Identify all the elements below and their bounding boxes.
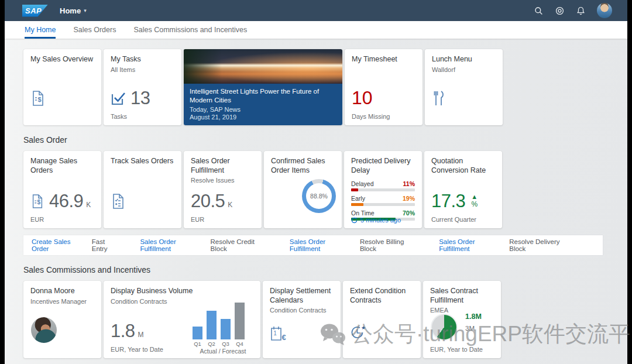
tile-title: My Tasks — [111, 55, 174, 64]
news-image — [184, 49, 342, 84]
fulfillment-value-scale: K — [228, 201, 232, 209]
anchor-navigation-bar: My Home Sales Orders Sales Commissions a… — [5, 21, 627, 39]
section-header-commissions: Sales Commissions and Incentives — [23, 265, 150, 274]
bar-value: 11% — [403, 180, 415, 187]
calendar-euro-icon: 1€ — [270, 325, 287, 342]
bar-label: Early — [351, 195, 365, 202]
tile-lunch-menu[interactable]: Lunch Menu Walldorf — [425, 49, 503, 125]
tile-subtitle: Resolve Issues — [191, 177, 255, 184]
bar-fill — [351, 188, 358, 191]
tile-footer: EUR, Year to Date — [111, 346, 163, 353]
tile-subtitle: Incentives Manager — [30, 298, 94, 305]
tile-title: Confirmed Sales Order Items — [271, 157, 335, 175]
tile-sales-contract-fulfillment[interactable]: Sales Contract Fulfillment EMEA 1.8M 3M … — [423, 281, 501, 358]
link-sales-order-fulfillment-delivery[interactable]: Sales Order Fulfillment — [439, 238, 505, 252]
task-check-icon — [111, 91, 126, 106]
link-sales-order-fulfillment-credit[interactable]: Sales Order Fulfillment — [140, 238, 206, 252]
tile-my-timesheet[interactable]: My Timesheet 10 Days Missing — [345, 49, 423, 125]
sales-order-tile-row: Manage Sales Orders $ 46.9 K EUR Track S… — [23, 151, 502, 228]
tile-manage-sales-orders[interactable]: Manage Sales Orders $ 46.9 K EUR — [23, 151, 101, 228]
link-group: Sales Order Fulfillment Resolve Credit B… — [140, 238, 270, 252]
refresh-icon — [351, 217, 358, 224]
fiori-launchpad: SAP Home ▾ My Home Sales Orders Sales Co… — [5, 0, 627, 364]
tasks-count: 13 — [130, 88, 150, 109]
tile-title: Display Settlement Calendars — [270, 287, 334, 305]
tile-subtitle: EMEA — [430, 307, 494, 314]
target-value: 3M — [465, 325, 482, 332]
tile-display-settlement-calendars[interactable]: Display Settlement Calendars Condition C… — [263, 281, 341, 358]
link-create-sales-order[interactable]: Create Sales Order — [32, 238, 88, 252]
link-group: Create Sales Order Fast Entry — [32, 238, 121, 252]
sales-document-icon: $ — [30, 90, 46, 107]
x-tick: Q3 — [221, 341, 231, 347]
tile-track-sales-orders[interactable]: Track Sales Orders — [104, 151, 181, 228]
bar-q4 — [235, 303, 245, 339]
tile-title: Quotation Conversion Rate — [431, 157, 495, 175]
section-header-sales-order: Sales Order — [23, 135, 67, 145]
tile-display-business-volume[interactable]: Display Business Volume Condition Contra… — [104, 281, 260, 358]
tab-sales-commissions[interactable]: Sales Commissions and Incentives — [133, 21, 247, 39]
confirmed-items-donut-chart: 88.8% — [302, 179, 336, 213]
tile-predicted-delivery-delay[interactable]: Predicted Delivery Delay Delayed 11% Ear… — [344, 151, 422, 228]
tile-footer: Days Missing — [352, 113, 390, 120]
refresh-label: 5 minutes ago — [360, 217, 401, 224]
copilot-icon[interactable] — [555, 6, 564, 15]
link-description: Fast Entry — [92, 238, 122, 252]
tile-footer: EUR, Year to Date — [430, 346, 483, 353]
tile-donna-moore[interactable]: Donna Moore Incentives Manager — [23, 281, 101, 358]
sales-document-icon: $ — [30, 194, 44, 209]
extend-time-star-icon: ★ — [350, 324, 367, 341]
fulfillment-value: 20.5 — [191, 191, 225, 212]
tile-title: Track Sales Orders — [111, 157, 174, 166]
tile-my-tasks[interactable]: My Tasks All Items 13 Tasks — [104, 49, 181, 125]
sales-order-link-strip: Create Sales Order Fast Entry Sales Orde… — [23, 235, 603, 255]
home-menu-button[interactable]: Home ▾ — [60, 6, 87, 15]
sales-value: 46.9 — [49, 191, 83, 212]
news-overlay: Intelligent Street Lights Power the Futu… — [184, 84, 342, 125]
tab-sales-orders[interactable]: Sales Orders — [73, 21, 116, 39]
bell-icon[interactable] — [576, 6, 585, 15]
search-icon[interactable] — [534, 6, 543, 15]
bar-q2 — [207, 311, 217, 339]
bar-label: On Time — [351, 210, 375, 217]
days-missing-count: 10 — [352, 87, 373, 109]
tile-subtitle: All Items — [111, 66, 174, 73]
shell-actions — [534, 3, 612, 18]
tile-sales-order-fulfillment[interactable]: Sales Order Fulfillment Resolve Issues 2… — [184, 151, 262, 228]
link-description: Resolve Delivery Block — [509, 238, 576, 252]
donut-center-value: 88.8% — [306, 183, 332, 209]
commissions-tile-row: Donna Moore Incentives Manager Display B… — [23, 281, 501, 358]
tile-quotation-conversion-rate[interactable]: Quotation Conversion Rate 17.3 ▲ % Curre… — [424, 151, 502, 228]
link-sales-order-fulfillment-billing[interactable]: Sales Order Fulfillment — [290, 238, 356, 252]
news-source: Today, SAP News — [190, 106, 336, 113]
tile-title: Display Business Volume — [111, 287, 253, 296]
tile-title: Sales Contract Fulfillment — [430, 287, 494, 305]
svg-text:1: 1 — [273, 330, 277, 336]
actual-value: 1.8M — [465, 313, 482, 321]
x-tick: Q1 — [193, 341, 202, 347]
my-home-tile-row: My Sales Overview $ My Tasks All Items 1… — [23, 49, 503, 125]
comparison-chart: Delayed 11% Early 19% — [351, 180, 415, 221]
link-group: Sales Order Fulfillment Resolve Delivery… — [439, 238, 576, 252]
tile-extend-condition-contracts[interactable]: Extend Condition Contracts ★ — [343, 281, 421, 358]
tab-my-home[interactable]: My Home — [25, 21, 56, 39]
link-description: Resolve Credit Block — [211, 238, 271, 252]
tile-sap-news[interactable]: Intelligent Street Lights Power the Futu… — [184, 49, 342, 125]
tile-confirmed-sales-order-items[interactable]: Confirmed Sales Order Items 88.8% — [264, 151, 342, 228]
launchpad-content: My Sales Overview $ My Tasks All Items 1… — [5, 39, 627, 364]
contract-pie-chart — [431, 314, 458, 341]
person-avatar — [31, 317, 57, 343]
bar-value: 19% — [403, 195, 415, 202]
comparison-row-early: Early 19% — [351, 195, 415, 206]
tile-title: Lunch Menu — [432, 55, 496, 64]
tile-my-sales-overview[interactable]: My Sales Overview $ — [23, 49, 101, 125]
shell-bar: SAP Home ▾ — [5, 0, 627, 21]
user-avatar[interactable] — [597, 3, 612, 18]
tile-title: Predicted Delivery Delay — [351, 157, 415, 175]
shell-title-label: Home — [60, 6, 81, 15]
news-headline: Intelligent Street Lights Power the Futu… — [190, 87, 336, 105]
news-date: August 21, 2019 — [190, 114, 336, 121]
order-tracking-icon — [111, 193, 126, 210]
tile-title: My Timesheet — [352, 55, 415, 64]
refresh-status[interactable]: 5 minutes ago — [351, 217, 401, 224]
